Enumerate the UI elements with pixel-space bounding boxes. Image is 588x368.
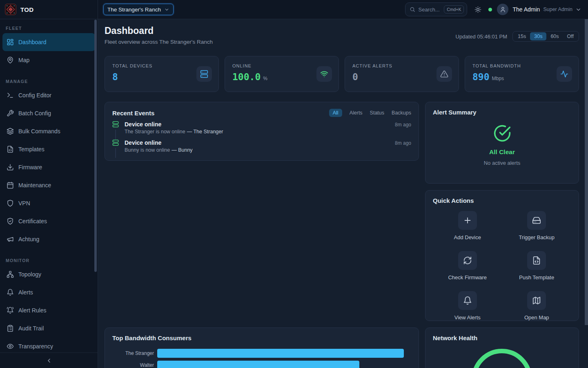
stat-label: TOTAL BANDWIDTH [472,63,571,68]
quick-action-view-alerts[interactable]: View Alerts [433,291,502,321]
stat-label: TOTAL DEVICES [112,63,211,68]
sidebar-item-label: Topology [18,271,41,278]
sidebar-scrollbar[interactable] [94,20,97,368]
bandwidth-bar [157,361,359,368]
refresh-option-30s[interactable]: 30s [530,32,546,40]
hard-drive-icon [532,216,541,225]
sidebar-item-label: VPN [18,200,30,206]
event-description: Bunny is now online— Bunny [125,147,411,153]
app-name: TOD [20,6,33,13]
event-filters: All Alerts Status Backups [329,109,411,117]
dashboard-icon [7,38,14,46]
quick-action-trigger-backup[interactable]: Trigger Backup [502,211,572,240]
timeline-line [115,130,116,139]
refresh-option-15s[interactable]: 15s [514,32,530,40]
server-icon [112,121,119,128]
bandwidth-bar-row: Walter [112,361,411,368]
refresh-interval-control: 15s 30s 60s Off [512,31,579,42]
quick-action-label: Push Template [519,274,554,280]
filter-status[interactable]: Status [370,110,384,116]
quick-action-check-firmware[interactable]: Check Firmware [433,251,502,280]
theme-toggle-button[interactable] [474,6,481,13]
status-indicator-dot [488,8,492,11]
filter-alerts[interactable]: Alerts [350,110,363,116]
search-icon [410,7,415,12]
bell-icon [463,296,472,305]
section-label-fleet: FLEET [6,23,98,33]
quick-action-label: Add Device [454,234,481,240]
download-icon [7,164,14,171]
activity-icon [560,70,568,78]
user-icon [500,7,506,13]
user-menu[interactable]: The Admin Super Admin [497,4,581,15]
quick-action-label: View Alerts [454,314,481,321]
panel-title: Recent Events [112,110,154,117]
refresh-option-off[interactable]: Off [563,32,578,40]
sidebar-item-map[interactable]: Map [2,51,95,69]
network-health-panel: Network Health 100 [425,328,579,368]
sidebar-item-alert-rules[interactable]: Alert Rules [2,301,95,319]
calendar-icon [7,182,14,189]
sidebar-item-bulk-commands[interactable]: Bulk Commands [2,122,95,140]
server-icon [200,70,208,78]
sidebar-collapse-button[interactable] [46,357,52,364]
alert-status: All Clear [489,148,515,156]
map-pin-icon [7,56,14,64]
server-icon [112,139,119,146]
sidebar-item-alerts[interactable]: Alerts [2,283,95,301]
filter-all[interactable]: All [329,109,342,117]
panel-title: Alert Summary [433,109,571,116]
search-input[interactable]: Search... Cmd+K [405,2,467,16]
sidebar-item-label: Config Editor [18,92,51,99]
sun-icon [474,6,481,13]
sidebar-item-firmware[interactable]: Firmware [2,158,95,176]
sidebar-item-label: Alert Rules [18,307,46,314]
search-placeholder: Search... [418,7,441,13]
sidebar-item-maintenance[interactable]: Maintenance [2,176,95,194]
health-gauge-value: 100 [425,366,579,368]
bar-label: The Stranger [112,350,157,356]
sidebar-item-certificates[interactable]: Certificates [2,212,95,230]
stat-suffix: Mbps [492,76,504,81]
filter-backups[interactable]: Backups [392,110,411,116]
stat-suffix: % [263,76,267,81]
sidebar-item-audit-trail[interactable]: Audit Trail [2,319,95,337]
eye-icon [7,343,14,350]
quick-action-label: Trigger Backup [519,234,555,240]
timeline-line [115,148,116,158]
tod-logo-icon [5,4,16,15]
quick-action-add-device[interactable]: Add Device [433,211,502,240]
sidebar-item-templates[interactable]: Templates [2,140,95,158]
sidebar-item-achtung[interactable]: Achtung [2,230,95,248]
sidebar-footer [0,352,98,368]
sidebar-item-batch-config[interactable]: Batch Config [2,104,95,122]
chevron-down-icon [164,7,169,12]
stat-card-total-bandwidth: TOTAL BANDWIDTH 890 Mbps [465,56,579,92]
main-scrollbar[interactable] [585,19,588,368]
panel-title: Network Health [433,334,571,341]
sidebar-item-label: Firmware [18,164,42,171]
quick-action-push-template[interactable]: Push Template [502,251,572,280]
alert-summary-panel: Alert Summary All Clear No active alerts [425,102,579,184]
sidebar-item-dashboard[interactable]: Dashboard [2,33,95,51]
brand: TOD [0,0,98,19]
site-selector-value: The Stranger's Ranch [107,7,161,13]
sidebar-item-label: Maintenance [18,182,51,188]
refresh-icon [463,256,472,265]
sidebar-item-label: Templates [18,146,45,153]
event-row: Device online 8m ago Bunny is now online… [112,139,411,158]
topology-icon [7,271,14,278]
page-title: Dashboard [105,25,213,36]
alert-detail: No active alerts [484,160,521,166]
refresh-option-60s[interactable]: 60s [546,32,563,40]
sidebar-item-label: Transparency [18,343,53,350]
stat-value: 8 [112,72,118,82]
site-selector[interactable]: The Stranger's Ranch [103,4,174,15]
bell-icon [7,289,14,296]
shield-icon [7,200,14,207]
sidebar-item-vpn[interactable]: VPN [2,194,95,212]
quick-action-open-map[interactable]: Open Map [502,291,572,321]
sidebar-item-config-editor[interactable]: Config Editor [2,86,95,104]
sidebar-item-topology[interactable]: Topology [2,265,95,283]
event-description: The Stranger is now online— The Stranger [125,129,411,135]
